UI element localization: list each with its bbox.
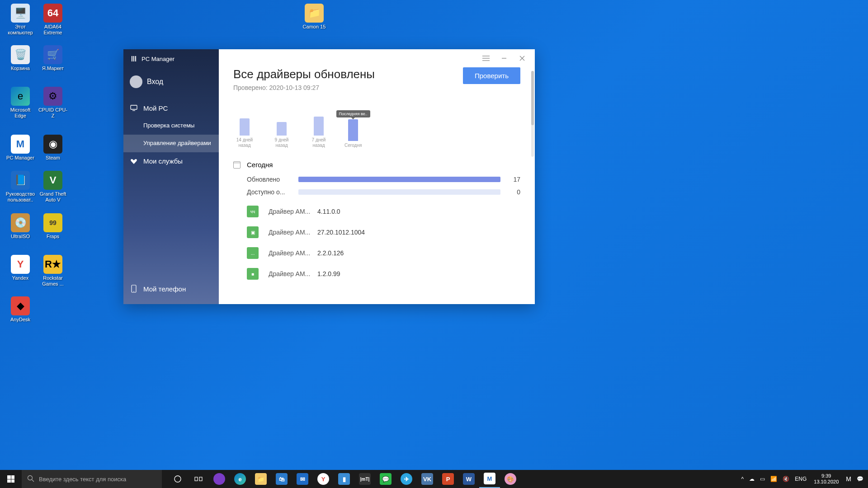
windows-icon [7,475,14,483]
driver-type-icon: ... [247,247,259,259]
svg-point-13 [28,475,33,480]
sidebar-nav: Мой PC Проверка системы Управление драйв… [123,99,219,273]
close-button[interactable] [513,50,531,66]
desktop-icon-yamarket[interactable]: 🛒Я.Маркет [37,45,69,71]
driver-row[interactable]: ■ Драйвер AM... 1.2.0.99 [233,263,520,284]
taskbar-pinned: e 📁 🛍 ✉ Y ▮ |mT| 💬 ✈ VK P W M 🎨 [167,470,521,488]
sidebar-user[interactable]: Вход [123,68,219,99]
check-button[interactable]: Проверить [463,67,520,84]
desktop-icon-cpuz[interactable]: ⚙CPUID CPU-Z [37,87,69,119]
nav-my-phone[interactable]: Мой телефон [130,280,212,298]
taskbar: Введите здесь текст для поиска e 📁 🛍 ✉ Y… [0,470,868,488]
taskbar-explorer[interactable]: 📁 [250,470,271,488]
titlebar [219,49,535,67]
taskbar-search[interactable]: Введите здесь текст для поиска [22,470,162,488]
tray-chevron-icon[interactable]: ^ [739,476,747,482]
scrollbar-thumb[interactable] [531,71,534,125]
driver-row[interactable]: ▣ Драйвер AM... 27.20.1012.1004 [233,222,520,243]
page-subtitle: Проверено: 2020-10-13 09:27 [233,84,375,91]
minimize-button[interactable] [495,50,513,66]
desktop-icon-manual[interactable]: 📘Руководство пользоват.. [5,171,36,203]
desktop-icon-pc-manager[interactable]: MPC Manager [5,135,36,161]
svg-point-15 [175,476,181,482]
system-tray: ^ ☁ ▭ 📶 🔇 ENG 9:39 13.10.2020 M 💬 [739,473,868,485]
chart-bar-2[interactable]: 7 дней назад [307,117,330,148]
desktop-icon-steam[interactable]: ◉Steam [37,135,69,161]
desktop-icon-rockstar[interactable]: R★Rockstar Games ... [37,255,69,287]
svg-rect-16 [195,477,198,481]
desktop-icon-aida64[interactable]: 64AIDA64 Extreme [37,4,69,36]
taskbar-edge[interactable]: e [230,470,250,488]
nav-my-services[interactable]: Мои службы [123,152,219,170]
chart-tooltip: Последняя ве.. [336,110,370,117]
stat-bar-updated [298,177,500,182]
taskbar-powerpoint[interactable]: P [438,470,458,488]
desktop-folder-camon15[interactable]: 📁Camon 15 [298,4,330,30]
nav-driver-mgmt[interactable]: Управление драйверами [123,135,219,152]
taskbar-taskview[interactable] [188,470,209,488]
tray-volume-icon[interactable]: 🔇 [780,476,792,482]
hamburger-icon [482,56,490,61]
svg-point-6 [133,291,134,292]
taskbar-vk[interactable]: VK [417,470,438,488]
driver-row[interactable]: чч Драйвер AM... 4.11.0.0 [233,201,520,222]
taskbar-mt[interactable]: |mT| [354,470,375,488]
chart-bar-1[interactable]: 9 дней назад [270,122,293,148]
app-logo-icon [130,55,138,63]
taskbar-mail[interactable]: ✉ [292,470,313,488]
search-icon [27,475,34,483]
desktop-icon-this-pc[interactable]: 🖥️Этот компьютер [5,4,36,36]
stat-updated: Обновлено 17 [233,176,520,183]
menu-button[interactable] [477,50,495,66]
chart-bar-0[interactable]: 14 дней назад [233,118,256,148]
nav-my-pc[interactable]: Мой PC [123,99,219,117]
svg-rect-17 [199,477,202,481]
desktop-icon-recycle-bin[interactable]: 🗑️Корзина [5,45,36,71]
taskbar-yandex-browser[interactable]: Y [313,470,334,488]
svg-rect-3 [131,105,137,109]
desktop-icon-edge[interactable]: eMicrosoft Edge [5,87,36,119]
desktop-icon-ultraiso[interactable]: 💿UltraISO [5,213,36,239]
desktop-icon-fraps[interactable]: 99Fraps [37,213,69,239]
svg-rect-2 [135,56,136,61]
tray-clock[interactable]: 9:39 13.10.2020 [809,473,843,485]
desktop-icon-yandex[interactable]: YYandex [5,255,36,281]
chart-bar-3[interactable]: Последняя ве.. Сегодня [344,119,362,148]
heart-icon [130,157,138,165]
desktop-icon-anydesk[interactable]: ◆AnyDesk [5,296,36,323]
minimize-icon [501,56,507,61]
pc-manager-window: PC Manager Вход Мой PC Проверка системы … [123,49,535,304]
taskbar-app1[interactable]: ▮ [334,470,354,488]
svg-line-14 [32,479,34,482]
taskbar-cortana[interactable] [167,470,188,488]
login-label: Вход [147,78,163,86]
tray-pcmanager-icon[interactable]: M [843,475,854,483]
taskbar-paint3d[interactable]: 🎨 [500,470,521,488]
sidebar-header: PC Manager [123,49,219,68]
driver-row[interactable]: ... Драйвер AM... 2.2.0.126 [233,243,520,263]
update-history-chart: 14 дней назад 9 дней назад 7 дней назад … [233,108,520,148]
start-button[interactable] [0,470,22,488]
app-title: PC Manager [142,56,175,62]
taskbar-word[interactable]: W [458,470,479,488]
scrollbar[interactable] [531,71,534,157]
taskbar-pc-manager-active[interactable]: M [479,470,500,488]
nav-system-check[interactable]: Проверка системы [123,117,219,135]
taskbar-telegram[interactable]: ✈ [396,470,417,488]
tray-battery-icon[interactable]: ▭ [757,476,768,482]
stat-bar-available [298,189,500,195]
calendar-icon [233,161,241,169]
desktop-icon-gtav[interactable]: VGrand Theft Auto V [37,171,69,203]
phone-icon [130,285,138,293]
svg-rect-1 [133,56,134,61]
taskbar-whatsapp[interactable]: 💬 [375,470,396,488]
tray-language[interactable]: ENG [792,476,809,482]
avatar-icon [130,75,142,88]
main-content: Все драйверы обновлены Проверено: 2020-1… [219,49,535,304]
tray-wifi-icon[interactable]: 📶 [768,476,780,482]
tray-notifications-icon[interactable]: 💬 [854,476,866,482]
tray-onedrive-icon[interactable]: ☁ [746,476,757,482]
taskbar-yandex-alice[interactable] [209,470,230,488]
svg-rect-0 [132,56,132,61]
taskbar-store[interactable]: 🛍 [271,470,292,488]
